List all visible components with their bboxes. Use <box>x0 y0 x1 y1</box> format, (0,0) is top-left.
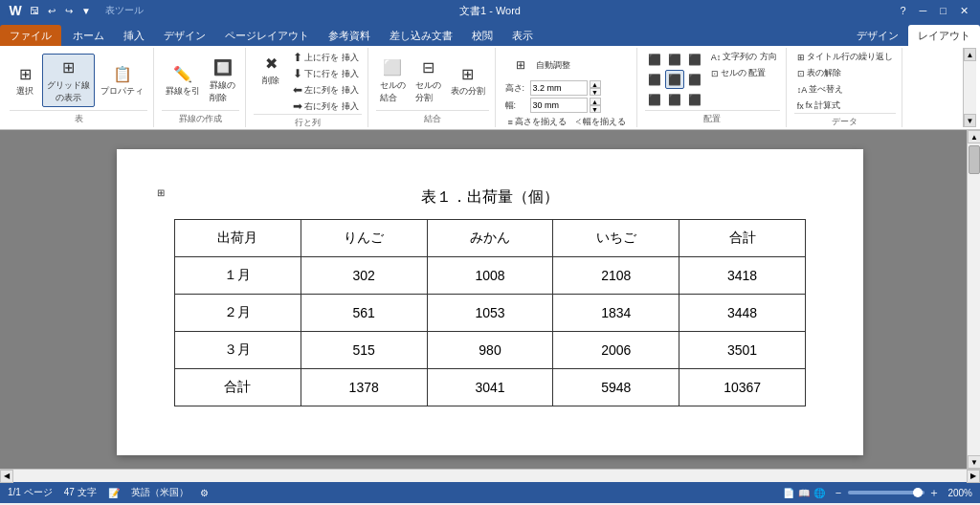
close-button[interactable]: ✕ <box>956 5 972 17</box>
cell-1-4[interactable]: 3448 <box>679 295 806 332</box>
convert-button[interactable]: ⊡ 表の解除 <box>794 66 896 80</box>
align-tc-button[interactable]: ⬛ <box>665 50 684 69</box>
width-down-btn[interactable]: ▼ <box>590 105 601 113</box>
scroll-thumb[interactable] <box>969 145 980 174</box>
scroll-left-btn[interactable]: ◀ <box>0 470 13 483</box>
tab-table-design[interactable]: デザイン <box>847 25 908 46</box>
tab-view[interactable]: 表示 <box>502 25 543 46</box>
cell-0-3[interactable]: 2108 <box>553 257 679 295</box>
undo-icon[interactable]: ↩ <box>44 3 59 18</box>
align-ml-button[interactable]: ⬛ <box>645 70 664 89</box>
tab-mailings[interactable]: 差し込み文書 <box>380 25 462 46</box>
split-cells-button[interactable]: ⊟ セルの 分割 <box>412 55 445 106</box>
table-move-handle[interactable]: ⊞ <box>157 187 165 198</box>
align-mr-button[interactable]: ⬛ <box>685 70 704 89</box>
zoom-track[interactable] <box>848 491 924 494</box>
tab-insert[interactable]: 挿入 <box>114 25 154 46</box>
draw-border-button[interactable]: ✏️ 罫線を引 <box>162 60 204 99</box>
sort-button[interactable]: ↕A 並べ替え <box>794 82 896 97</box>
height-input[interactable] <box>530 80 588 96</box>
cell-0-1[interactable]: 302 <box>301 257 427 295</box>
zoom-thumb[interactable] <box>913 488 923 497</box>
spell-check-icon[interactable]: 📝 <box>108 488 120 498</box>
restore-button[interactable]: □ <box>936 5 950 16</box>
tab-review[interactable]: 校閲 <box>462 25 502 46</box>
zoom-level[interactable]: 200% <box>947 488 972 498</box>
cell-2-3[interactable]: 2006 <box>553 332 679 369</box>
formula-button[interactable]: fx fx 計算式 <box>794 99 896 113</box>
save-icon[interactable]: 🖫 <box>27 3 42 18</box>
zoom-control[interactable]: － ＋ <box>833 485 940 501</box>
ribbon-scroll-down[interactable]: ▼ <box>964 114 976 127</box>
merge-cells-button[interactable]: ⬜ セルの 結合 <box>376 55 410 106</box>
cell-0-4[interactable]: 3418 <box>679 257 806 295</box>
ribbon-scroll-up[interactable]: ▲ <box>964 48 976 61</box>
vertical-scrollbar[interactable]: ▲ ▼ <box>967 130 980 469</box>
height-down-btn[interactable]: ▼ <box>590 88 601 96</box>
cell-2-0[interactable]: ３月 <box>175 332 301 369</box>
width-input[interactable] <box>530 98 588 113</box>
customize-icon[interactable]: ▼ <box>78 3 94 18</box>
gridlines-button[interactable]: ⊞ グリッド線 の表示 <box>42 54 95 107</box>
cell-1-2[interactable]: 1053 <box>427 295 553 332</box>
tab-references[interactable]: 参考資料 <box>319 25 380 46</box>
cell-3-2[interactable]: 3041 <box>427 369 553 406</box>
scroll-right-btn[interactable]: ▶ <box>967 470 980 483</box>
auto-fit-button[interactable]: ⊞ 自動調整 <box>505 52 629 78</box>
height-spinner[interactable]: ▲ ▼ <box>590 80 601 96</box>
align-tl-button[interactable]: ⬛ <box>645 50 664 69</box>
eraser-button[interactable]: 🔲 罫線の 削除 <box>206 55 239 106</box>
language-indicator[interactable]: 英語（米国） <box>131 486 189 499</box>
height-up-btn[interactable]: ▲ <box>590 80 601 88</box>
distribute-rows-button[interactable]: ≡ 高さを揃える <box>505 115 569 129</box>
width-spinner[interactable]: ▲ ▼ <box>590 98 601 113</box>
scroll-up-btn[interactable]: ▲ <box>968 130 980 143</box>
print-layout-btn[interactable]: 📄 <box>783 488 794 498</box>
cell-2-4[interactable]: 3501 <box>679 332 806 369</box>
cell-margins-button[interactable]: ⊡ セルの 配置 <box>708 66 780 80</box>
tab-page-layout[interactable]: ページレイアウト <box>215 25 319 46</box>
insert-right-button[interactable]: ➡ 右に列を 挿入 <box>290 99 362 114</box>
align-bc-button[interactable]: ⬛ <box>665 90 684 109</box>
tab-file[interactable]: ファイル <box>0 25 61 46</box>
minimize-button[interactable]: ─ <box>916 5 931 16</box>
redo-icon[interactable]: ↪ <box>61 3 77 18</box>
delete-button[interactable]: ✖ 削除 <box>254 50 288 89</box>
zoom-in-btn[interactable]: ＋ <box>928 485 940 501</box>
width-up-btn[interactable]: ▲ <box>590 98 601 105</box>
reading-layout-btn[interactable]: 📖 <box>798 488 810 498</box>
cell-2-2[interactable]: 980 <box>427 332 553 369</box>
tab-design[interactable]: デザイン <box>154 25 215 46</box>
insert-below-button[interactable]: ⬇ 下に行を 挿入 <box>290 66 362 81</box>
horizontal-scrollbar[interactable]: ◀ ▶ <box>0 469 980 482</box>
properties-button[interactable]: 📋 プロパティ <box>97 60 147 99</box>
distribute-cols-button[interactable]: ⧼ 幅を揃える <box>573 115 629 129</box>
align-bl-button[interactable]: ⬛ <box>645 90 664 109</box>
cell-3-4[interactable]: 10367 <box>679 369 806 406</box>
align-mc-button[interactable]: ⬛ <box>665 70 684 89</box>
title-row-button[interactable]: ⊞ タイトル行の繰り返し <box>794 50 896 64</box>
split-table-button[interactable]: ⊞ 表の分割 <box>447 60 489 99</box>
web-layout-btn[interactable]: 🌐 <box>813 488 825 498</box>
cell-1-3[interactable]: 1834 <box>553 295 679 332</box>
text-direction-button[interactable]: A↕ 文字列の 方向 <box>708 50 780 64</box>
cell-0-2[interactable]: 1008 <box>427 257 553 295</box>
align-br-button[interactable]: ⬛ <box>685 90 704 109</box>
tab-table-layout[interactable]: レイアウト <box>908 25 980 46</box>
cell-1-0[interactable]: ２月 <box>175 295 301 332</box>
insert-above-button[interactable]: ⬆ 上に行を 挿入 <box>290 50 362 65</box>
tab-home[interactable]: ホーム <box>63 25 114 46</box>
cell-1-1[interactable]: 561 <box>301 295 427 332</box>
insert-left-button[interactable]: ⬅ 左に列を 挿入 <box>290 82 362 98</box>
scroll-down-btn[interactable]: ▼ <box>968 455 980 469</box>
select-button[interactable]: ⊞ 選択 <box>10 60 40 99</box>
cell-2-1[interactable]: 515 <box>301 332 427 369</box>
cell-0-0[interactable]: １月 <box>175 257 301 295</box>
align-tr-button[interactable]: ⬛ <box>685 50 704 69</box>
cell-3-1[interactable]: 1378 <box>301 369 427 406</box>
help-button[interactable]: ? <box>896 5 909 16</box>
macro-icon[interactable]: ⚙ <box>200 488 209 498</box>
zoom-out-btn[interactable]: － <box>833 485 844 501</box>
cell-3-0[interactable]: 合計 <box>175 369 301 406</box>
cell-3-3[interactable]: 5948 <box>553 369 679 406</box>
